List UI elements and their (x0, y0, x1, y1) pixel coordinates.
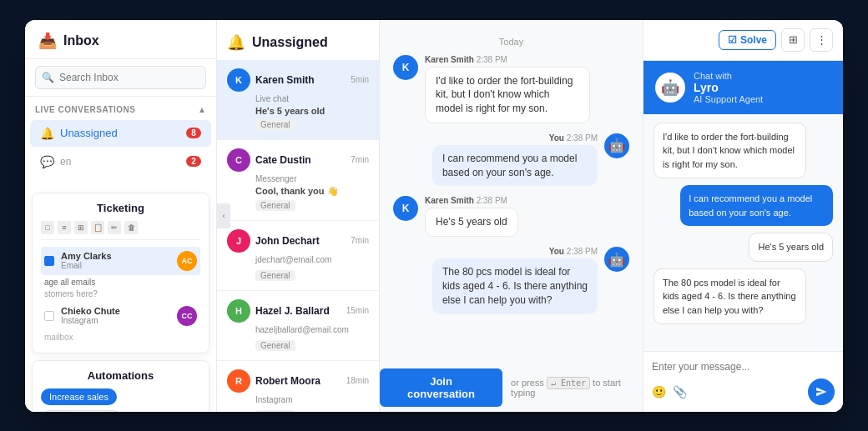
conv-item-header-1: C Cate Dustin 7min (227, 148, 369, 172)
conv-avatar-4: R (227, 369, 250, 393)
ai-send-button[interactable] (808, 378, 835, 405)
conv-item-header-4: R Robert Moora 18min (227, 369, 369, 393)
conv-item-4[interactable]: R Robert Moora 18min Instagram General (217, 361, 379, 412)
ai-message-input[interactable] (652, 361, 835, 373)
conv-avatar-0: K (227, 68, 250, 92)
conv-item-header-3: H Hazel J. Ballard 15min (227, 299, 369, 323)
conv-time-1: 7min (351, 155, 369, 164)
ticketing-mailbox: mailbox (41, 330, 200, 344)
conv-name-2: John Dechart (255, 235, 346, 247)
msg-meta-0: Karen Smith 2:38 PM (425, 55, 590, 64)
toolbar-icon-6[interactable]: 🗑 (124, 221, 138, 234)
ai-chat-header: 🤖 Chat with Lyro AI Support Agent (643, 61, 843, 114)
msg-meta-2: Karen Smith 2:38 PM (425, 196, 518, 205)
more-options-button[interactable]: ⋮ (810, 28, 833, 52)
msg-avatar-3: 🤖 (604, 247, 629, 272)
enter-key: ↵ Enter (547, 377, 590, 389)
ai-msg-2: He's 5 years old (749, 233, 833, 262)
search-bar: 🔍 (25, 59, 216, 97)
live-conversations-header: LIVE CONVERSATIONS ▲ (25, 97, 216, 119)
solve-check-icon: ☑ (728, 34, 737, 46)
conv-item-1[interactable]: C Cate Dustin 7min Messenger Cool, thank… (217, 140, 379, 221)
en-badge: 2 (186, 156, 201, 167)
ai-msg-1: I can recommend you a model based on you… (680, 185, 833, 226)
chevron-up-icon[interactable]: ▲ (198, 105, 206, 114)
msg-avatar-0: K (393, 55, 418, 80)
conv-channel-1: Messenger (255, 174, 369, 183)
solve-button[interactable]: ☑ Solve (719, 30, 776, 50)
msg-avatar-2: K (393, 196, 418, 221)
ticketing-panel: Ticketing □ ≡ ⊞ 📋 ✏ 🗑 Amy Clarks Email A… (32, 193, 209, 353)
automations-title: Automations (41, 369, 200, 382)
msg-meta-1: You 2:38 PM (432, 133, 598, 143)
chat-msg-0: K Karen Smith 2:38 PM I'd like to order … (393, 55, 629, 123)
left-sidebar: 📥 Inbox 🔍 LIVE CONVERSATIONS ▲ 🔔 Unassig… (25, 20, 217, 412)
conv-channel-0: Live chat (255, 94, 369, 103)
conv-item-0[interactable]: K Karen Smith 5min Live chat He's 5 year… (217, 60, 379, 140)
ai-footer-icons: 🙂 📎 (652, 385, 687, 398)
msg-bubble-0: I'd like to order the fort-building kit,… (425, 67, 590, 123)
ticket-item-amy[interactable]: Amy Clarks Email AC (41, 247, 200, 275)
msg-bubble-2: He's 5 years old (425, 208, 518, 237)
msg-meta-3: You 2:38 PM (432, 247, 598, 256)
chat-msg-2: K Karen Smith 2:38 PM He's 5 years old (393, 196, 629, 237)
auto-btn-increase-sales[interactable]: Increase sales (41, 388, 117, 405)
msg-bubble-3: The 80 pcs model is ideal for kids aged … (432, 258, 598, 313)
ticket-checkbox-amy[interactable] (44, 256, 54, 266)
ai-agent-label: AI Support Agent (694, 94, 763, 104)
chat-area: Today K Karen Smith 2:38 PM I'd like to … (380, 20, 643, 412)
unassigned-label: Unassigned (60, 127, 179, 139)
chat-msg-3: 🤖 You 2:38 PM The 80 pcs model is ideal … (393, 247, 629, 313)
chat-msg-1: 🤖 You 2:38 PM I can recommend you a mode… (393, 133, 629, 187)
ticket-name-amy: Amy Clarks (61, 251, 170, 261)
toolbar-icon-3[interactable]: ⊞ (74, 221, 88, 234)
conv-item-2[interactable]: J John Dechart 7min jdechart@email.com G… (217, 221, 379, 291)
ai-panel-header: ☑ Solve ⊞ ⋮ (643, 20, 843, 61)
conv-name-3: Hazel J. Ballard (255, 305, 341, 317)
conv-item-header-0: K Karen Smith 5min (227, 68, 369, 92)
sidebar-header: 📥 Inbox (25, 20, 216, 59)
collapse-toggle[interactable]: ‹ (217, 203, 230, 228)
toolbar-icon-2[interactable]: ≡ (58, 221, 71, 234)
conv-list-header: 🔔 Unassigned (217, 20, 379, 60)
emoji-icon[interactable]: 🙂 (652, 385, 666, 398)
ai-panel: ☑ Solve ⊞ ⋮ 🤖 Chat with Lyro AI Support … (643, 20, 843, 412)
conv-name-0: Karen Smith (255, 74, 346, 86)
chat-date-divider: Today (393, 28, 629, 55)
conv-tag-0: General (255, 119, 295, 130)
ticket-item-chieko[interactable]: Chieko Chute Instagram CC (41, 302, 200, 330)
automations-panel: Automations Increase sales Generate lead… (32, 360, 209, 412)
search-input[interactable] (35, 66, 206, 89)
unassigned-badge: 8 (186, 128, 201, 138)
app-container: 📥 Inbox 🔍 LIVE CONVERSATIONS ▲ 🔔 Unassig… (25, 20, 843, 412)
ai-chat-title-group: Chat with Lyro AI Support Agent (694, 71, 763, 104)
conv-item-3[interactable]: H Hazel J. Ballard 15min hazeljballard@e… (217, 291, 379, 361)
auto-btn-generate-leads[interactable]: Generate leads (41, 410, 122, 412)
msg-content-0: Karen Smith 2:38 PM I'd like to order th… (425, 55, 590, 123)
sidebar-item-en[interactable]: 💬 en 2 (30, 148, 211, 175)
conversations-list: 🔔 Unassigned K Karen Smith 5min Live cha… (217, 20, 380, 412)
conv-channel-3: hazeljballard@email.com (255, 325, 369, 334)
conv-preview-0: He's 5 years old (255, 106, 369, 116)
automations-buttons: Increase sales Generate leads Solve prob… (41, 388, 200, 412)
ticket-checkbox-chieko[interactable] (44, 311, 54, 321)
ai-lyro-name: Lyro (694, 81, 763, 94)
conv-time-3: 15min (346, 306, 369, 315)
conv-avatar-2: J (227, 229, 250, 253)
sidebar-title: Inbox (63, 33, 99, 48)
join-conversation-row: Join conversation or press ↵ Enter to st… (380, 363, 643, 412)
ai-msg-0: I'd like to order the fort-building kit,… (654, 123, 806, 179)
ai-chat-with-label: Chat with (694, 71, 763, 81)
conv-name-1: Cate Dustin (255, 154, 346, 166)
toolbar-icon-4[interactable]: 📋 (91, 221, 104, 234)
toolbar-icon-1[interactable]: □ (41, 221, 54, 234)
conv-list-title: Unassigned (252, 35, 328, 50)
toolbar-icon-5[interactable]: ✏ (108, 221, 121, 234)
grid-icon-button[interactable]: ⊞ (781, 28, 805, 52)
conv-time-0: 5min (351, 75, 369, 84)
search-icon: 🔍 (42, 72, 54, 83)
sidebar-item-unassigned[interactable]: 🔔 Unassigned 8 (30, 120, 211, 147)
attachment-icon[interactable]: 📎 (673, 385, 687, 398)
conv-time-2: 7min (351, 236, 369, 245)
join-conversation-button[interactable]: Join conversation (380, 368, 502, 407)
